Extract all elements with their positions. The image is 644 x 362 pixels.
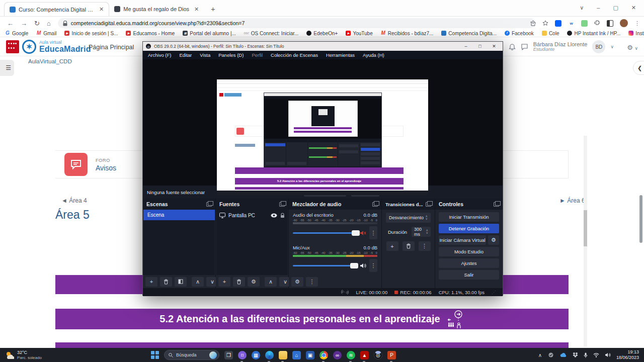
bookmark-facebook[interactable]: fFacebook (505, 31, 534, 36)
reload-icon[interactable]: ↻ (34, 20, 40, 27)
url-input[interactable]: competenciadigital.educa.madrid.org/cour… (58, 18, 536, 28)
menu-editar[interactable]: Editar (179, 52, 192, 58)
bookmark-youtube[interactable]: ▶YouTube (346, 31, 372, 36)
tab-close-icon[interactable]: ✕ (99, 6, 104, 13)
mixer-menu-icon[interactable]: ⋮ (306, 277, 318, 287)
bookmark-os-connect[interactable]: oscOS Connect: Iniciar... (244, 31, 299, 36)
bookmark-star-icon[interactable] (542, 20, 548, 26)
extensions-puzzle-icon[interactable] (594, 20, 600, 26)
scene-filters-button[interactable] (175, 277, 187, 287)
transition-menu-icon[interactable]: ⋮ (419, 241, 431, 251)
spotify-icon[interactable]: ≋ (347, 351, 355, 359)
slider-handle[interactable] (352, 230, 360, 236)
green-extension-icon[interactable] (581, 20, 588, 27)
exit-button[interactable]: Salir (439, 270, 499, 280)
w-extension-icon[interactable]: w (568, 20, 575, 27)
source-item-pantalla-pc[interactable]: Pantalla PC (216, 210, 288, 221)
move-scene-up-button[interactable]: ∧ (192, 277, 204, 287)
volume-slider[interactable] (293, 232, 357, 234)
start-streaming-button[interactable]: Iniciar Transmisión (439, 212, 499, 222)
avisos-link[interactable]: Avisos (96, 164, 116, 172)
visual-studio-icon[interactable]: ∞ (333, 351, 342, 359)
bookmark-inicio-sesion[interactable]: ▶Inicio de sesión | S... (64, 31, 118, 36)
bookmark-recibidos[interactable]: MRecibidos - bdiaz7... (381, 31, 434, 36)
remove-source-button[interactable] (233, 277, 245, 287)
browser-menu-icon[interactable]: ⋮ (634, 20, 640, 27)
file-explorer-icon[interactable] (279, 351, 287, 359)
powerpoint-icon[interactable]: P (387, 351, 396, 359)
taskbar-clock[interactable]: 19:13 18/06/2023 (616, 349, 639, 360)
popout-icon[interactable] (206, 202, 212, 207)
onedrive-icon[interactable] (560, 353, 567, 357)
obs-maximize-button[interactable]: □ (474, 44, 486, 49)
minimize-button[interactable]: – (597, 5, 600, 11)
obs-close-button[interactable]: ✕ (489, 44, 500, 49)
tray-expand-icon[interactable]: ∧ (538, 352, 542, 358)
notifications-bell-icon[interactable] (509, 43, 516, 51)
tab-search-icon[interactable]: ∨ (580, 5, 584, 11)
obs-title-bar[interactable]: ◎ OBS 29.0.2 (64-bit, windows) - Perfil:… (143, 42, 503, 51)
advanced-audio-icon[interactable]: ⚙ (291, 277, 303, 287)
forward-icon[interactable]: → (21, 20, 27, 27)
menu-vista[interactable]: Vista (200, 52, 210, 58)
scenes-list[interactable]: Escena (143, 210, 215, 275)
chrome-icon[interactable] (319, 351, 328, 359)
studio-mode-button[interactable]: Modo Estudio (439, 247, 499, 256)
browser-scrollbar-thumb[interactable] (639, 195, 642, 243)
visibility-eye-icon[interactable] (271, 213, 277, 218)
course-index-drawer-button[interactable]: ☰ (0, 60, 14, 76)
bookmark-hp-instant-ink[interactable]: HP Instant Ink / HP... (567, 31, 620, 36)
search-box[interactable]: Búsqueda (164, 350, 219, 360)
close-button[interactable]: ✕ (631, 5, 636, 11)
page-settings[interactable]: ⚙ ∨ (627, 44, 638, 51)
obs-preview-area[interactable]: 5.2 Atención a las diferencias personale… (143, 59, 503, 186)
obs-taskbar-icon[interactable]: ◎ (374, 351, 382, 359)
bookmark-edebeon[interactable]: EdebeOn+ (306, 31, 338, 36)
speaker-icon[interactable] (360, 263, 366, 268)
new-tab-button[interactable]: + (207, 3, 219, 15)
blocks-drawer-button[interactable]: ❮ (633, 61, 644, 75)
tab-curso-competencia[interactable]: Curso: Competencia Digital Doc ✕ (4, 2, 109, 16)
obs-minimize-button[interactable]: – (460, 44, 471, 49)
virtual-camera-settings-icon[interactable]: ⚙ (488, 235, 499, 245)
popout-icon[interactable] (372, 202, 378, 207)
channel-menu-icon[interactable]: ⋮ (369, 259, 377, 272)
source-properties-button[interactable]: ⚙ (248, 277, 260, 287)
menu-herramientas[interactable]: Herramientas (326, 52, 355, 58)
sources-list[interactable]: Pantalla PC (216, 210, 288, 275)
bookmark-google[interactable]: GGoogle (5, 31, 28, 36)
microphone-icon[interactable] (584, 352, 588, 358)
dropbox-extension-icon[interactable] (555, 20, 561, 27)
camera-app-icon[interactable]: ⌑ (238, 351, 247, 359)
wifi-icon[interactable] (593, 353, 599, 357)
remove-transition-button[interactable] (403, 241, 415, 251)
teams-tray-icon[interactable] (547, 352, 554, 357)
maximize-button[interactable]: ▢ (613, 5, 618, 11)
breadcrumb[interactable]: AulaVirtual_CDD (28, 58, 72, 64)
start-virtual-camera-button[interactable]: Iniciar Cámara Virtual (439, 235, 486, 245)
home-icon[interactable]: ⌂ (47, 20, 51, 27)
transition-select[interactable]: Desvanecimiento ∧∨ (386, 213, 431, 223)
scene-item-selected[interactable]: Escena (143, 210, 215, 220)
messages-icon[interactable] (521, 43, 528, 50)
next-section-link[interactable]: ► Área 6 (559, 197, 585, 204)
add-source-button[interactable]: + (218, 277, 230, 287)
share-icon[interactable] (530, 20, 536, 26)
settings-button[interactable]: Ajustes (439, 258, 499, 268)
popout-icon[interactable] (279, 202, 285, 207)
photos-app-icon[interactable]: ▣ (306, 351, 314, 359)
microsoft-store-icon[interactable]: ⌂ (292, 351, 301, 359)
acrobat-icon[interactable]: ▲ (360, 351, 369, 359)
move-source-up-button[interactable]: ∧ (265, 277, 277, 287)
browser-profile-avatar[interactable] (620, 19, 628, 27)
dropbox-icon[interactable] (573, 352, 578, 357)
bookmark-cole[interactable]: Cole (542, 31, 559, 36)
duration-spinner[interactable]: 300 ms ∧∨ (412, 227, 431, 237)
weather-widget[interactable]: 32°C Parc. soleado (0, 350, 86, 359)
popout-icon[interactable] (494, 202, 499, 207)
edge-icon[interactable] (265, 351, 274, 359)
muted-speaker-icon[interactable] (360, 230, 366, 236)
back-icon[interactable]: ← (7, 20, 14, 27)
start-button[interactable] (151, 351, 159, 359)
bookmark-competencia-digital[interactable]: Competencia Digita... (441, 31, 497, 36)
